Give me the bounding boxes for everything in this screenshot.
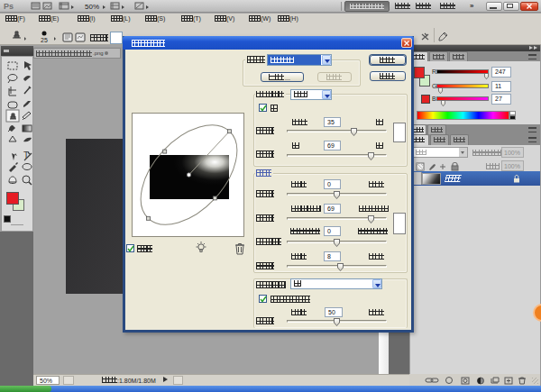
- svg-text:25: 25: [41, 37, 48, 43]
- svg-text:T: T: [23, 150, 29, 160]
- svg-text:50%: 50%: [85, 3, 99, 11]
